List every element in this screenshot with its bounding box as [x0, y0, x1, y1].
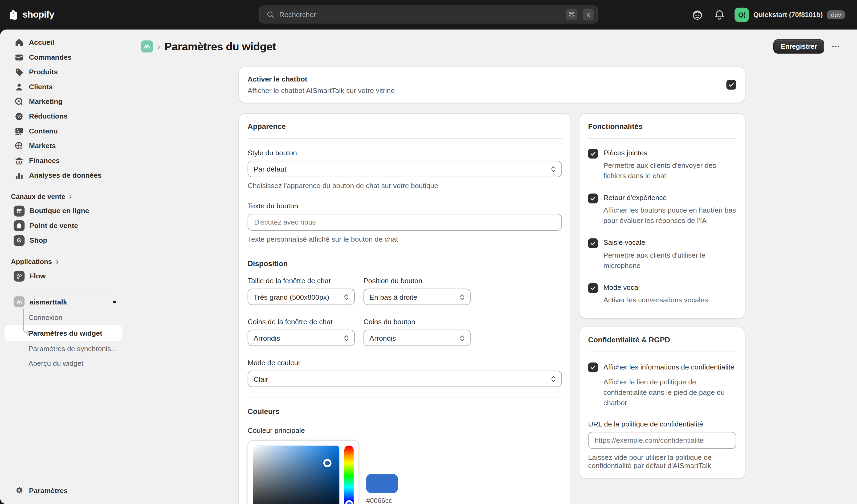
check-icon [590, 150, 596, 157]
tag-icon [14, 67, 24, 77]
settings-content: Activer le chatbot Afficher le chatbot A… [239, 67, 745, 504]
check-icon [590, 240, 596, 247]
sidebar-item-aismarttalk[interactable]: aismarttalk [4, 293, 122, 310]
check-icon [590, 364, 596, 371]
button-style-select[interactable]: Par défaut [248, 161, 562, 177]
notification-dot [113, 301, 116, 303]
layout-heading: Disposition [248, 260, 562, 268]
divider [248, 397, 562, 398]
sidebar-item-marketing[interactable]: Marketing [4, 94, 122, 109]
saturation-handle[interactable] [323, 459, 332, 467]
select-caret-icon [551, 165, 556, 173]
color-mode-select[interactable]: Clair [248, 371, 562, 387]
bank-icon [14, 155, 24, 165]
feedback-checkbox[interactable] [588, 194, 598, 203]
shopify-wordmark: shopify [22, 9, 54, 20]
sidebar-item-parametres-du-widget[interactable]: Paramètres du widget [4, 325, 122, 341]
globe-icon: $ [14, 141, 24, 151]
check-icon [728, 82, 735, 88]
sidebar-item-shop[interactable]: Shop [4, 233, 122, 248]
primary-color-hex: #0066cc [366, 497, 398, 504]
select-caret-icon [460, 293, 465, 301]
sidebar-item-analyses[interactable]: Analyses de données [4, 168, 122, 183]
bar-chart-icon [14, 170, 24, 180]
sidebar-item-markets[interactable]: $ Markets [4, 138, 122, 153]
sidebar-item-accueil[interactable]: Accueil [4, 35, 122, 50]
sidebar-section-applications[interactable]: Applications [4, 255, 122, 268]
feature-attachments: Pièces jointes Permettre aux clients d'e… [588, 149, 736, 181]
chat-size-select[interactable]: Très grand (500x800px) [248, 289, 355, 305]
attachments-checkbox[interactable] [588, 149, 598, 158]
privacy-show-info: Afficher les informations de confidentia… [588, 362, 736, 372]
pos-icon [14, 220, 24, 231]
hue-handle[interactable] [345, 500, 353, 504]
divider [588, 138, 736, 139]
window-corners-select[interactable]: Arrondis [248, 330, 355, 346]
features-heading: Fonctionnalités [588, 122, 736, 131]
shortcut-k-key: K [583, 9, 594, 20]
button-text-input[interactable] [248, 214, 562, 231]
sidekick-icon [692, 9, 704, 21]
sidebar-section-sales-channels[interactable]: Canaux de vente [4, 190, 122, 203]
sidebar-item-apercu-du-widget[interactable]: Aperçu du widget [4, 356, 122, 371]
sidebar-item-parametres-de-synchronisation[interactable]: Paramètres de synchronis... [4, 341, 122, 356]
sidebar-item-flow[interactable]: Flow [4, 269, 122, 283]
enable-chatbot-title: Activer le chatbot [248, 75, 395, 83]
orders-icon [14, 52, 24, 62]
divider [588, 352, 736, 352]
color-picker [248, 440, 359, 504]
select-caret-icon [344, 334, 349, 341]
enable-chatbot-card: Activer le chatbot Afficher le chatbot A… [239, 67, 745, 103]
sidebar-item-reductions[interactable]: Réductions [4, 109, 122, 123]
sidebar-item-clients[interactable]: Clients [4, 79, 122, 94]
page-title: Paramètres du widget [165, 40, 276, 53]
saturation-area[interactable] [253, 446, 339, 504]
sidebar-item-connexion[interactable]: Connexion [4, 310, 122, 325]
feature-voice-mode: Mode vocal Activer les conversations voc… [588, 283, 736, 305]
save-button[interactable]: Enregistrer [774, 39, 824, 53]
sidebar-item-finances[interactable]: Finances [4, 153, 122, 168]
store-name: Quickstart (70f8101b) [753, 11, 823, 19]
sidebar: Accueil Commandes Produits Clients [0, 30, 127, 504]
aismarttalk-app-icon [141, 40, 153, 52]
shopify-logo[interactable]: shopify [9, 9, 54, 20]
appearance-heading: Apparence [248, 122, 562, 131]
voice-mode-checkbox[interactable] [588, 283, 598, 293]
topbar-actions: Q( Quickstart (70f8101b) dev [689, 6, 848, 24]
button-text-label: Texte du bouton [248, 202, 562, 210]
store-avatar: Q( [735, 8, 749, 22]
check-icon [590, 285, 596, 291]
feature-voice-input: Saisie vocale Permettre aux clients d'ut… [588, 238, 736, 271]
sidebar-item-contenu[interactable]: Contenu [4, 123, 122, 138]
enable-chatbot-description: Afficher le chatbot AISmartTalk sur votr… [248, 86, 395, 95]
enable-chatbot-checkbox[interactable] [726, 80, 736, 90]
notifications-button[interactable] [711, 7, 728, 23]
button-style-helper: Choisissez l'apparence du bouton de chat… [248, 181, 562, 190]
features-card: Fonctionnalités Pièces jointes Permettre… [579, 114, 745, 318]
sidebar-item-produits[interactable]: Produits [4, 65, 122, 79]
window-corners-label: Coins de la fenêtre de chat [248, 318, 355, 326]
shop-app-icon [14, 235, 24, 246]
privacy-info-checkbox[interactable] [588, 362, 598, 372]
person-icon [14, 82, 24, 91]
more-actions-button[interactable] [828, 39, 843, 53]
primary-color-label: Couleur principale [248, 426, 562, 435]
hue-slider[interactable] [345, 446, 354, 504]
search-placeholder: Rechercher [279, 11, 560, 19]
select-caret-icon [460, 334, 465, 341]
appearance-card: Apparence Style du bouton Par défaut Cho… [239, 114, 571, 504]
button-corners-select[interactable]: Arrondis [364, 330, 471, 346]
button-position-select[interactable]: En bas à droite [364, 289, 471, 305]
voice-input-checkbox[interactable] [588, 238, 598, 248]
policy-url-input[interactable] [588, 432, 736, 449]
sidebar-item-parametres[interactable]: Paramètres [4, 482, 122, 499]
discount-icon [14, 111, 24, 121]
chevron-right-icon [55, 259, 60, 265]
search-input[interactable]: Rechercher ⌘ K [259, 5, 598, 24]
sidekick-button[interactable] [689, 7, 706, 23]
store-menu[interactable]: Q( Quickstart (70f8101b) dev [733, 6, 848, 24]
sidebar-item-commandes[interactable]: Commandes [4, 50, 122, 65]
sidebar-item-point-de-vente[interactable]: Point de vente [4, 218, 122, 233]
sidebar-item-boutique-en-ligne[interactable]: Boutique en ligne [4, 203, 122, 218]
breadcrumb-chevron-icon: › [157, 43, 160, 51]
